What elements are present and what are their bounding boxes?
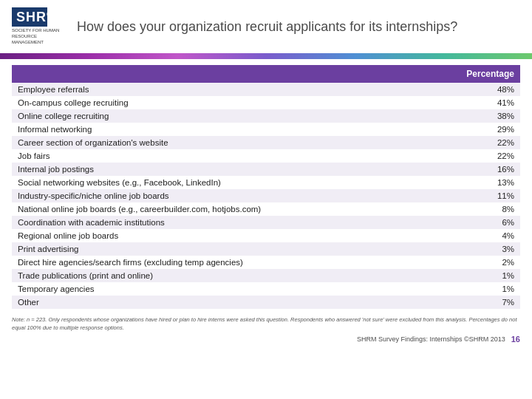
row-value: 38%: [424, 109, 520, 123]
row-label: Trade publications (print and online): [12, 269, 424, 282]
table-row: Social networking websites (e.g., Facebo…: [12, 176, 520, 189]
col-percentage-header: Percentage: [424, 65, 520, 83]
table-header-row: Percentage: [12, 65, 520, 83]
table-row: Career section of organization's website…: [12, 136, 520, 149]
row-value: 41%: [424, 96, 520, 109]
header: SHR® SOCIETY FOR HUMAN RESOURCE MANAGEME…: [0, 0, 532, 53]
row-value: 1%: [424, 269, 520, 282]
row-value: 29%: [424, 123, 520, 136]
table-row: Regional online job boards4%: [12, 229, 520, 242]
table-row: Industry-specific/niche online job board…: [12, 189, 520, 202]
page-title: How does your organization recruit appli…: [77, 19, 457, 35]
row-value: 22%: [424, 149, 520, 163]
row-label: Online college recruiting: [12, 109, 424, 123]
table-row: National online job boards (e.g., career…: [12, 202, 520, 216]
row-label: Career section of organization's website: [12, 136, 424, 149]
row-label: Employee referrals: [12, 83, 424, 96]
table-row: On-campus college recruiting41%: [12, 96, 520, 109]
row-value: 13%: [424, 176, 520, 189]
row-value: 8%: [424, 202, 520, 216]
page-number: 16: [511, 335, 520, 344]
row-label: National online job boards (e.g., career…: [12, 202, 424, 216]
table-row: Employee referrals48%: [12, 83, 520, 96]
wave-bar: [0, 53, 532, 59]
table-row: Internal job postings16%: [12, 163, 520, 176]
table-row: Coordination with academic institutions6…: [12, 216, 520, 229]
row-label: Temporary agencies: [12, 282, 424, 296]
row-value: 7%: [424, 296, 520, 309]
row-value: 4%: [424, 229, 520, 242]
logo-text: SHR®: [12, 7, 47, 27]
row-value: 2%: [424, 256, 520, 269]
row-value: 1%: [424, 282, 520, 296]
data-table-container: Percentage Employee referrals48%On-campu…: [0, 65, 532, 313]
brand-text: SHRM Survey Findings: Internships ©SHRM …: [357, 335, 505, 343]
table-row: Informal networking29%: [12, 123, 520, 136]
row-value: 16%: [424, 163, 520, 176]
row-value: 11%: [424, 189, 520, 202]
footer-brand: SHRM Survey Findings: Internships ©SHRM …: [0, 333, 532, 345]
table-body: Employee referrals48%On-campus college r…: [12, 83, 520, 309]
row-label: Industry-specific/niche online job board…: [12, 189, 424, 202]
col-label-header: [12, 65, 424, 83]
table-row: Online college recruiting38%: [12, 109, 520, 123]
row-label: On-campus college recruiting: [12, 96, 424, 109]
footer-note: Note: n = 223. Only respondents whose or…: [0, 313, 532, 333]
row-label: Other: [12, 296, 424, 309]
table-row: Other7%: [12, 296, 520, 309]
row-value: 3%: [424, 242, 520, 256]
row-value: 22%: [424, 136, 520, 149]
row-label: Internal job postings: [12, 163, 424, 176]
logo: SHR® SOCIETY FOR HUMAN RESOURCE MANAGEME…: [12, 7, 65, 46]
table-row: Job fairs22%: [12, 149, 520, 163]
table-row: Direct hire agencies/search firms (exclu…: [12, 256, 520, 269]
logo-subtitle: SOCIETY FOR HUMAN RESOURCE MANAGEMENT: [12, 28, 65, 45]
row-label: Job fairs: [12, 149, 424, 163]
row-label: Print advertising: [12, 242, 424, 256]
data-table: Percentage Employee referrals48%On-campu…: [12, 65, 520, 309]
row-label: Coordination with academic institutions: [12, 216, 424, 229]
row-label: Social networking websites (e.g., Facebo…: [12, 176, 424, 189]
table-row: Trade publications (print and online)1%: [12, 269, 520, 282]
table-row: Print advertising3%: [12, 242, 520, 256]
table-row: Temporary agencies1%: [12, 282, 520, 296]
row-label: Informal networking: [12, 123, 424, 136]
row-value: 48%: [424, 83, 520, 96]
row-label: Direct hire agencies/search firms (exclu…: [12, 256, 424, 269]
row-value: 6%: [424, 216, 520, 229]
row-label: Regional online job boards: [12, 229, 424, 242]
